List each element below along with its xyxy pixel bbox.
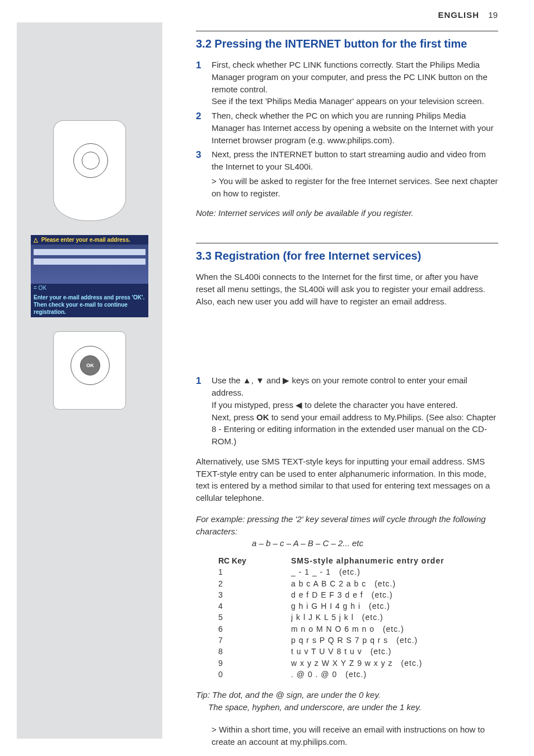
table-row: 1_ - 1 _ - 1 (etc.) xyxy=(218,566,498,577)
table-header: RC Key SMS-style alphanumeric entry orde… xyxy=(218,555,498,566)
email-screenshot-hint: Enter your e-mail address and press 'OK'… xyxy=(31,292,148,317)
alt-text: Alternatively, use SMS TEXT-style keys f… xyxy=(196,456,498,504)
email-screenshot-title: △ Please enter your e-mail address. xyxy=(31,235,148,245)
step-3-2-3: 3 Next, press the INTERNET button to sta… xyxy=(196,148,498,173)
remote-top-illustration xyxy=(22,31,157,221)
step-3-2-1: 1 First, check whether PC LINK functions… xyxy=(196,59,498,107)
section-3-3-heading: 3.3 Registration (for free Internet serv… xyxy=(196,243,498,264)
email-input-field-2 xyxy=(34,259,146,265)
example-text: For example: pressing the '2' key severa… xyxy=(196,513,498,538)
page-header: ENGLISH 19 xyxy=(438,10,498,20)
sidebar-panel: △ Please enter your e-mail address. = OK… xyxy=(17,22,162,739)
email-input-field-1 xyxy=(34,249,146,255)
remote-nav-illustration: OK xyxy=(22,331,157,410)
language-label: ENGLISH xyxy=(438,10,479,20)
step-3-2-3-sub: > You will be asked to register for the … xyxy=(212,175,498,200)
intro-3-3-b: Also, each new user you add will have to… xyxy=(196,295,498,308)
table-row: 8t u v T U V 8 t u v (etc.) xyxy=(218,646,498,657)
table-row: 9w x y z W X Y Z 9 w x y z (etc.) xyxy=(218,658,498,669)
sms-table: RC Key SMS-style alphanumeric entry orde… xyxy=(218,555,498,680)
table-row: 2a b c A B C 2 a b c (etc.) xyxy=(218,578,498,589)
page-number: 19 xyxy=(488,10,498,20)
step-number: 3 xyxy=(196,148,212,173)
email-entry-screenshot: △ Please enter your e-mail address. = OK… xyxy=(31,235,148,317)
example-cycle: a – b – c – A – B – C – 2... etc xyxy=(252,537,498,550)
table-row: 4g h i G H I 4 g h i (etc.) xyxy=(218,600,498,612)
tip-line-1: Tip: The dot, and the @ sign, are under … xyxy=(196,689,498,701)
step-number: 1 xyxy=(196,374,212,448)
step-number: 1 xyxy=(196,59,212,107)
ok-button-icon: OK xyxy=(80,355,100,375)
warning-icon: △ xyxy=(34,237,38,243)
email-screenshot-ok: = OK xyxy=(31,284,148,292)
step-3-3-1: 1 Use the ▲, ▼ and ▶ keys on your remote… xyxy=(196,374,498,448)
table-row: 3d e f D E F 3 d e f (etc.) xyxy=(218,589,498,600)
main-content: 3.2 Pressing the INTERNET button for the… xyxy=(196,31,498,748)
note-3-2: Note: Internet services will only be ava… xyxy=(196,207,498,219)
email-screenshot-body xyxy=(31,245,148,284)
intro-3-3-a: When the SL400i connects to the Internet… xyxy=(196,271,498,295)
table-row: 0. @ 0 . @ 0 (etc.) xyxy=(218,669,498,680)
table-row: 5j k l J K L 5 j k l (etc.) xyxy=(218,612,498,623)
table-row: 6m n o M N O 6 m n o (etc.) xyxy=(218,623,498,635)
step-3-2-2: 2 Then, check whether the PC on which yo… xyxy=(196,110,498,146)
step-number: 2 xyxy=(196,110,212,146)
section-3-2-heading: 3.2 Pressing the INTERNET button for the… xyxy=(196,31,498,52)
tip-line-2: The space, hyphen, and underscore, are u… xyxy=(208,701,498,713)
closing-note: > Within a short time, you will receive … xyxy=(212,724,498,748)
table-row: 7p q r s P Q R S 7 p q r s (etc.) xyxy=(218,635,498,646)
